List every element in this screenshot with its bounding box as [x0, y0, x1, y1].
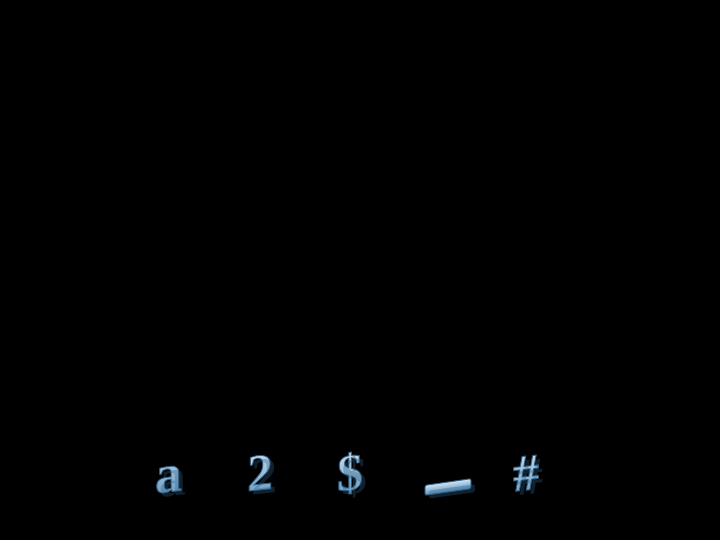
- slide: DEKLARASI VARIABLE PL/SQL Identifiers (P…: [0, 0, 720, 540]
- body-text: Identifiers digunakan untuk : Penamaan v…: [38, 150, 682, 350]
- hash-icon: # #: [509, 436, 571, 506]
- letter-a-icon: a a: [149, 436, 211, 506]
- svg-text:a: a: [159, 446, 186, 506]
- svg-text:$: $: [341, 446, 367, 506]
- bullet1-text: Penamaan variable: [49, 184, 285, 214]
- dollar-icon: $ $: [329, 436, 391, 506]
- slide-title: DEKLARASI VARIABLE PL/SQL: [0, 18, 720, 60]
- svg-text:#: #: [517, 447, 543, 506]
- digit-2-icon: 2 2: [239, 436, 301, 506]
- intro-line: Identifiers digunakan untuk :: [38, 150, 682, 183]
- underscore-icon: [419, 436, 481, 506]
- bullet-naming-rules: Aturan Penamaan :: [38, 217, 682, 250]
- bullet2-text: Aturan Penamaan :: [49, 218, 286, 248]
- bullet-naming-variable: Penamaan variable: [38, 183, 682, 216]
- svg-text:2: 2: [251, 446, 277, 506]
- section-heading: Identifiers (Pengenal): [38, 86, 361, 125]
- rule-allowed-chars: - Dapat berisi huruf, angka, $, _, atau …: [38, 283, 682, 316]
- rule-max-length: - Maksimal 30 karakter: [38, 316, 682, 349]
- rule-start-letter: - Diawali dengan huruf: [38, 250, 682, 283]
- glyph-row: a a 2 2: [149, 436, 571, 506]
